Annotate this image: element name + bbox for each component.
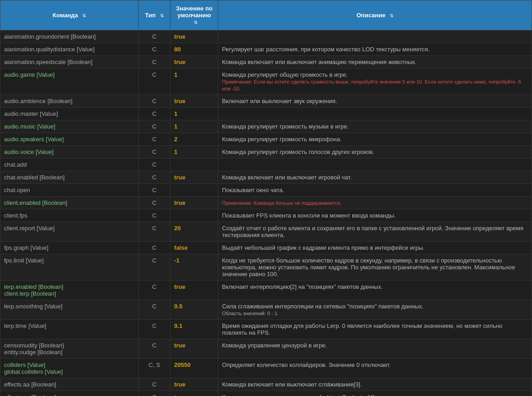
desc-text: Показывает окно чата.: [222, 187, 284, 193]
cmd-cell: audio.ambience [Boolean]: [0, 95, 139, 108]
type-cell: C: [138, 197, 170, 209]
cmd-cell: audio.voice [Value]: [0, 146, 139, 158]
cmd-text: audio.speakers [Value]: [4, 136, 64, 143]
header-cmd[interactable]: Команда ⇅: [0, 0, 139, 30]
header-desc-label: Описание: [356, 12, 386, 19]
cmd-text: lerp.enabled [Boolean]: [4, 283, 63, 290]
desc-text: Команда регулирует громкость микрофона.: [222, 136, 341, 143]
type-cell: C: [138, 69, 170, 95]
header-type[interactable]: Тип ⇅: [138, 0, 170, 30]
desc-text: Включает интерполяцию[2] на "позициях" п…: [222, 283, 382, 290]
cmd-text: audio.master [Value]: [4, 110, 58, 117]
desc-cell: Включает или выключает звук окружения.: [218, 95, 532, 108]
table-row: audio.music [Value]C1Команда регулирует …: [0, 120, 532, 133]
type-cell: C: [138, 108, 170, 120]
header-desc[interactable]: Описание ⇅: [218, 0, 532, 30]
header-cmd-sort[interactable]: ⇅: [82, 13, 86, 18]
table-row: effects.aa [Boolean]CtrueКоманда включае…: [0, 378, 532, 391]
desc-text: Команда регулирует общую громкость в игр…: [222, 71, 348, 78]
type-cell: C: [138, 391, 170, 396]
header-cmd-label: Команда: [53, 12, 78, 19]
cmd-text: chat.add: [4, 161, 27, 168]
desc-text: Создаёт отчет о работе клиента и сохраня…: [222, 225, 523, 238]
cmd-cell: fps.graph [Value]: [0, 242, 139, 254]
cmd-text: audio.game [Value]: [4, 71, 55, 78]
cmd-cell: audio.game [Value]: [0, 69, 139, 95]
type-cell: C: [138, 56, 170, 69]
desc-note: Примечание: Если вы хотите сделать громк…: [222, 79, 521, 91]
table-row: fps.limit [Value]C-1Когда не требуется б…: [0, 254, 532, 281]
table-row: client.fpsCПоказывает FPS клиента в конс…: [0, 209, 532, 222]
cmd-cell: censomudity [Boolean]entity.nudge [Boole…: [0, 339, 139, 359]
header-default-sort[interactable]: ⇅: [194, 20, 197, 25]
default-cell: 0.5: [171, 300, 218, 320]
cmd-text: lerp.smoothing [Value]: [4, 303, 62, 310]
cmd-cell: client.report [Value]: [0, 222, 139, 242]
header-default[interactable]: Значение по умолчанию ⇅: [171, 0, 218, 30]
desc-cell: Определяет количество коллайдеров. Значе…: [218, 359, 532, 378]
desc-text: Команда включает или выключает Ambient O…: [222, 394, 376, 396]
desc-cell: Примечание: Команда больше не поддержива…: [218, 197, 532, 209]
default-cell: 20550: [171, 359, 218, 378]
header-type-sort[interactable]: ⇅: [160, 13, 164, 18]
cmd-text: audio.voice [Value]: [4, 148, 54, 155]
desc-text: Команда включает или выключает сглáживан…: [222, 381, 361, 388]
cmd-text: global.colliders [Value]: [4, 368, 63, 375]
desc-text: Команда включает или выключает анимацию …: [222, 59, 417, 65]
default-cell: 1: [171, 120, 218, 133]
cmd-cell: chat.add: [0, 158, 139, 171]
table-row: aianimation.qualitydistance [Value]C80Ре…: [0, 43, 532, 56]
table-row: chat.enabled [Boolean]CtrueКоманда включ…: [0, 171, 532, 184]
desc-cell: Команда регулирует громкость музыки в иг…: [218, 120, 532, 133]
default-cell: [171, 184, 218, 197]
desc-text: Команда управления цензурой в игре.: [222, 342, 327, 349]
desc-cell: [218, 108, 532, 120]
type-cell: C: [138, 209, 170, 222]
default-cell: true: [171, 95, 218, 108]
desc-text: Время ожидания отладки для работы Lerp. …: [222, 322, 502, 336]
type-cell: C: [138, 254, 170, 281]
desc-cell: Регулирует шаг расстояния, при котором к…: [218, 43, 532, 56]
default-cell: -1: [171, 254, 218, 281]
cmd-cell: client.fps: [0, 209, 139, 222]
type-cell: C: [138, 120, 170, 133]
desc-cell: Команда регулирует общую громкость в игр…: [218, 69, 532, 95]
type-cell: C: [138, 242, 170, 254]
cmd-text: fps.limit [Value]: [4, 257, 44, 264]
cmd-cell: client.enabled [Boolean]: [0, 197, 139, 209]
cmd-text: lerp.time [Value]: [4, 322, 46, 329]
cmd-text: chat.open: [4, 187, 30, 193]
desc-cell: Когда не требуется большое количество ка…: [218, 254, 532, 281]
header-desc-sort[interactable]: ⇅: [390, 13, 393, 18]
table-row: fps.graph [Value]CfalseВыдаёт небольшой …: [0, 242, 532, 254]
desc-cell: [218, 30, 532, 43]
table-row: chat.addC: [0, 158, 532, 171]
table-row: lerp.time [Value]C0.1Время ожидания отла…: [0, 320, 532, 339]
type-cell: C: [138, 378, 170, 391]
table-row: chat.openCПоказывает окно чата.: [0, 184, 532, 197]
type-cell: C: [138, 146, 170, 158]
cmd-cell: chat.open: [0, 184, 139, 197]
desc-cell: Команда включает или выключает игровой ч…: [218, 171, 532, 184]
cmd-text: audio.music [Value]: [4, 123, 55, 130]
type-cell: C: [138, 43, 170, 56]
cmd-cell: chat.enabled [Boolean]: [0, 171, 139, 184]
table-row: client.report [Value]C20Создаёт отчет о …: [0, 222, 532, 242]
default-cell: 1: [171, 146, 218, 158]
default-cell: true: [171, 391, 218, 396]
type-cell: C: [138, 281, 170, 300]
default-cell: true: [171, 378, 218, 391]
header-type-label: Тип: [145, 12, 156, 19]
type-cell: C: [138, 171, 170, 184]
table-row: client.enabled [Boolean]CtrueПримечание:…: [0, 197, 532, 209]
type-cell: C: [138, 339, 170, 359]
type-cell: C: [138, 300, 170, 320]
desc-cell: Сила сглаживания интерполяции на сетевых…: [218, 300, 532, 320]
cmd-text: colliders [Value]: [4, 361, 45, 368]
desc-text: Определяет количество коллайдеров. Значе…: [222, 361, 391, 368]
cmd-cell: aianimation.qualitydistance [Value]: [0, 43, 139, 56]
cmd-text: audio.ambience [Boolean]: [4, 98, 72, 104]
table-row: lerp.enabled [Boolean]client.lerp [Boole…: [0, 281, 532, 300]
desc-note-red: Примечание: Команда больше не поддержива…: [222, 200, 341, 206]
default-cell: [171, 158, 218, 171]
